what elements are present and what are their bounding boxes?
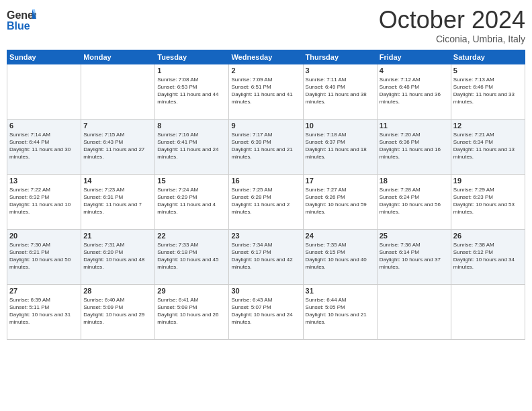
day-cell: 20Sunrise: 7:30 AM Sunset: 6:21 PM Dayli… [7,229,81,284]
day-number: 25 [380,232,449,240]
day-cell: 10Sunrise: 7:18 AM Sunset: 6:37 PM Dayli… [303,119,377,174]
day-info: Sunrise: 6:40 AM Sunset: 5:09 PM Dayligh… [83,296,152,326]
day-info: Sunrise: 7:16 AM Sunset: 6:41 PM Dayligh… [157,131,226,161]
day-number: 31 [306,287,375,295]
day-cell: 30Sunrise: 6:43 AM Sunset: 5:07 PM Dayli… [229,284,303,339]
day-number: 12 [453,122,523,130]
svg-text:General: General [7,9,36,21]
week-row-5: 27Sunrise: 6:39 AM Sunset: 5:11 PM Dayli… [7,284,525,339]
header: General Blue October 2024 Ciconia, Umbri… [7,7,525,44]
day-info: Sunrise: 7:31 AM Sunset: 6:20 PM Dayligh… [83,241,152,271]
day-cell: 2Sunrise: 7:09 AM Sunset: 6:51 PM Daylig… [229,64,303,119]
week-row-2: 6Sunrise: 7:14 AM Sunset: 6:44 PM Daylig… [7,119,525,174]
day-number: 9 [231,122,300,130]
day-info: Sunrise: 7:13 AM Sunset: 6:46 PM Dayligh… [453,76,523,106]
day-number: 7 [83,122,152,130]
week-row-1: 1Sunrise: 7:08 AM Sunset: 6:53 PM Daylig… [7,64,525,119]
week-row-3: 13Sunrise: 7:22 AM Sunset: 6:32 PM Dayli… [7,174,525,229]
day-info: Sunrise: 7:14 AM Sunset: 6:44 PM Dayligh… [9,131,79,161]
day-number: 5 [453,66,523,75]
day-cell: 22Sunrise: 7:33 AM Sunset: 6:18 PM Dayli… [155,229,229,284]
day-cell [81,64,155,119]
day-cell: 11Sunrise: 7:20 AM Sunset: 6:36 PM Dayli… [377,119,451,174]
day-number: 4 [380,66,449,75]
day-number: 3 [306,66,375,75]
day-cell [451,284,525,339]
day-number: 26 [453,232,523,240]
day-info: Sunrise: 7:12 AM Sunset: 6:48 PM Dayligh… [380,76,449,106]
day-number: 16 [231,177,300,185]
day-cell: 14Sunrise: 7:23 AM Sunset: 6:31 PM Dayli… [81,174,155,229]
day-number: 17 [306,177,375,185]
day-header-saturday: Saturday [451,50,525,64]
day-number: 30 [231,287,300,295]
page: General Blue October 2024 Ciconia, Umbri… [0,0,532,411]
day-cell: 6Sunrise: 7:14 AM Sunset: 6:44 PM Daylig… [7,119,81,174]
day-cell [377,284,451,339]
day-number: 10 [306,122,375,130]
day-info: Sunrise: 7:35 AM Sunset: 6:15 PM Dayligh… [306,241,375,271]
day-info: Sunrise: 7:29 AM Sunset: 6:23 PM Dayligh… [453,186,523,216]
day-number: 14 [83,177,152,185]
week-row-4: 20Sunrise: 7:30 AM Sunset: 6:21 PM Dayli… [7,229,525,284]
logo: General Blue [7,7,36,34]
day-number: 28 [83,287,152,295]
day-info: Sunrise: 7:21 AM Sunset: 6:34 PM Dayligh… [453,131,523,161]
day-info: Sunrise: 7:08 AM Sunset: 6:53 PM Dayligh… [157,76,226,106]
day-number: 11 [380,122,449,130]
day-cell: 7Sunrise: 7:15 AM Sunset: 6:43 PM Daylig… [81,119,155,174]
day-info: Sunrise: 7:11 AM Sunset: 6:49 PM Dayligh… [306,76,375,106]
calendar-table: SundayMondayTuesdayWednesdayThursdayFrid… [7,50,525,340]
day-header-sunday: Sunday [7,50,81,64]
day-number: 23 [231,232,300,240]
month-title: October 2024 [379,7,525,34]
day-info: Sunrise: 7:28 AM Sunset: 6:24 PM Dayligh… [380,186,449,216]
day-cell: 29Sunrise: 6:41 AM Sunset: 5:08 PM Dayli… [155,284,229,339]
day-cell: 1Sunrise: 7:08 AM Sunset: 6:53 PM Daylig… [155,64,229,119]
day-info: Sunrise: 7:36 AM Sunset: 6:14 PM Dayligh… [380,241,449,271]
day-info: Sunrise: 7:25 AM Sunset: 6:28 PM Dayligh… [231,186,300,216]
day-cell: 18Sunrise: 7:28 AM Sunset: 6:24 PM Dayli… [377,174,451,229]
day-number: 2 [231,66,300,75]
day-header-monday: Monday [81,50,155,64]
day-number: 29 [157,287,226,295]
day-number: 6 [9,122,79,130]
day-number: 1 [157,66,226,75]
location: Ciconia, Umbria, Italy [379,34,525,44]
day-info: Sunrise: 7:23 AM Sunset: 6:31 PM Dayligh… [83,186,152,216]
day-info: Sunrise: 6:39 AM Sunset: 5:11 PM Dayligh… [9,296,79,326]
day-cell: 23Sunrise: 7:34 AM Sunset: 6:17 PM Dayli… [229,229,303,284]
day-info: Sunrise: 7:20 AM Sunset: 6:36 PM Dayligh… [380,131,449,161]
day-cell: 26Sunrise: 7:38 AM Sunset: 6:12 PM Dayli… [451,229,525,284]
day-header-thursday: Thursday [303,50,377,64]
day-cell: 27Sunrise: 6:39 AM Sunset: 5:11 PM Dayli… [7,284,81,339]
day-number: 8 [157,122,226,130]
day-number: 19 [453,177,523,185]
day-info: Sunrise: 6:44 AM Sunset: 5:05 PM Dayligh… [306,296,375,326]
day-cell: 28Sunrise: 6:40 AM Sunset: 5:09 PM Dayli… [81,284,155,339]
day-info: Sunrise: 7:30 AM Sunset: 6:21 PM Dayligh… [9,241,79,271]
day-info: Sunrise: 6:41 AM Sunset: 5:08 PM Dayligh… [157,296,226,326]
day-number: 24 [306,232,375,240]
day-info: Sunrise: 7:22 AM Sunset: 6:32 PM Dayligh… [9,186,79,216]
day-info: Sunrise: 7:24 AM Sunset: 6:29 PM Dayligh… [157,186,226,216]
logo-icon: General Blue [7,7,36,34]
day-cell: 16Sunrise: 7:25 AM Sunset: 6:28 PM Dayli… [229,174,303,229]
days-header-row: SundayMondayTuesdayWednesdayThursdayFrid… [7,50,525,64]
day-info: Sunrise: 7:09 AM Sunset: 6:51 PM Dayligh… [231,76,300,106]
day-header-friday: Friday [377,50,451,64]
day-cell [7,64,81,119]
day-cell: 13Sunrise: 7:22 AM Sunset: 6:32 PM Dayli… [7,174,81,229]
day-cell: 5Sunrise: 7:13 AM Sunset: 6:46 PM Daylig… [451,64,525,119]
day-number: 18 [380,177,449,185]
day-cell: 24Sunrise: 7:35 AM Sunset: 6:15 PM Dayli… [303,229,377,284]
day-header-wednesday: Wednesday [229,50,303,64]
day-number: 20 [9,232,79,240]
day-info: Sunrise: 7:18 AM Sunset: 6:37 PM Dayligh… [306,131,375,161]
day-cell: 8Sunrise: 7:16 AM Sunset: 6:41 PM Daylig… [155,119,229,174]
day-info: Sunrise: 6:43 AM Sunset: 5:07 PM Dayligh… [231,296,300,326]
day-cell: 19Sunrise: 7:29 AM Sunset: 6:23 PM Dayli… [451,174,525,229]
day-cell: 17Sunrise: 7:27 AM Sunset: 6:26 PM Dayli… [303,174,377,229]
day-header-tuesday: Tuesday [155,50,229,64]
day-number: 15 [157,177,226,185]
